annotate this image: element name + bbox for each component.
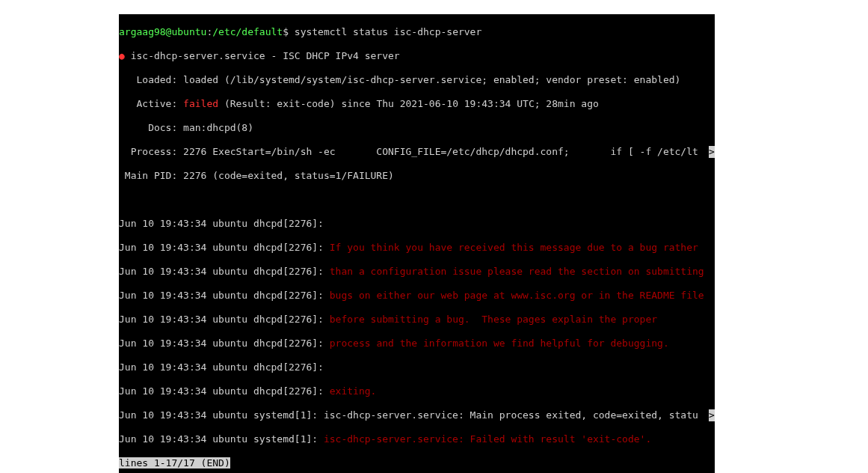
active-line: Active: failed (Result: exit-code) since… [119, 98, 715, 110]
user-host: argaag98@ubuntu [119, 26, 206, 37]
docs-line: Docs: man:dhcpd(8) [119, 122, 715, 134]
command: systemctl status isc-dhcp-server [295, 26, 481, 37]
status-failed: failed [183, 98, 218, 109]
systemd-log-line: Jun 10 19:43:34 ubuntu systemd[1]: isc-d… [119, 433, 715, 445]
log-line: Jun 10 19:43:34 ubuntu dhcpd[2276]: bugs… [119, 290, 715, 302]
scroll-indicator-icon: > [709, 409, 715, 421]
log-line: Jun 10 19:43:34 ubuntu dhcpd[2276]: If y… [119, 242, 715, 254]
log-line: Jun 10 19:43:34 ubuntu dhcpd[2276]: proc… [119, 338, 715, 350]
scroll-indicator-icon: > [709, 146, 715, 158]
cwd: /etc/default [212, 26, 283, 37]
loaded-line: Loaded: loaded (/lib/systemd/system/isc-… [119, 74, 715, 86]
terminal-window[interactable]: argaag98@ubuntu:/etc/default$ systemctl … [119, 14, 715, 473]
systemd-log-line: Jun 10 19:43:34 ubuntu systemd[1]: isc-d… [119, 409, 698, 421]
service-header: ● isc-dhcp-server.service - ISC DHCP IPv… [119, 50, 715, 62]
process-line: Process: 2276 ExecStart=/bin/sh -ec CONF… [119, 146, 698, 158]
log-line: Jun 10 19:43:34 ubuntu dhcpd[2276]: befo… [119, 314, 715, 326]
status-dot-icon: ● [119, 50, 125, 61]
pager-status: lines 1-17/17 (END) [119, 457, 715, 469]
mainpid-line: Main PID: 2276 (code=exited, status=1/FA… [119, 170, 715, 182]
log-line: Jun 10 19:43:34 ubuntu dhcpd[2276]: than… [119, 266, 715, 278]
log-line: Jun 10 19:43:34 ubuntu dhcpd[2276]: exit… [119, 385, 715, 397]
log-line: Jun 10 19:43:34 ubuntu dhcpd[2276]: [119, 218, 715, 230]
prompt-line: argaag98@ubuntu:/etc/default$ systemctl … [119, 26, 715, 38]
log-line: Jun 10 19:43:34 ubuntu dhcpd[2276]: [119, 361, 715, 373]
